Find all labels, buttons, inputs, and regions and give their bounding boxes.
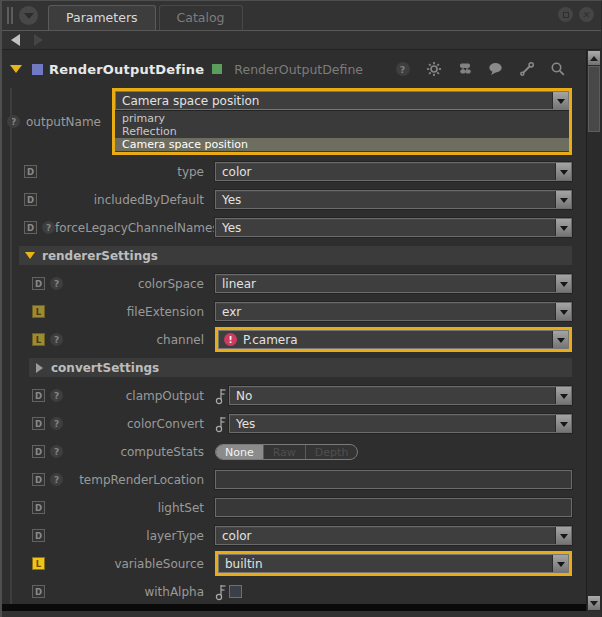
panel-drag-handle[interactable] (7, 7, 13, 24)
dropdown-arrow-icon[interactable] (555, 275, 571, 292)
fileExtension-value: exr (216, 305, 241, 319)
withAlpha-checkbox[interactable] (229, 585, 242, 598)
close-icon[interactable] (579, 7, 594, 22)
dropdown-arrow-icon[interactable] (555, 219, 571, 236)
dropdown-arrow-icon[interactable] (552, 331, 568, 348)
type-dropdown[interactable]: color (215, 162, 572, 181)
search-icon[interactable] (549, 61, 566, 78)
comment-icon[interactable] (487, 61, 504, 78)
state-badge-default: D (32, 389, 45, 402)
param-row-outputName: outputName Camera space position primary… (2, 88, 572, 155)
node-graph-icon[interactable] (456, 61, 473, 78)
state-badge-default: D (32, 585, 45, 598)
dropdown-arrow-icon[interactable] (555, 527, 571, 544)
channel-dropdown[interactable]: P.camera (218, 330, 569, 349)
tab-catalog[interactable]: Catalog (159, 5, 243, 30)
node-type-label: RenderOutputDefine (234, 62, 363, 77)
state-badge-default: D (24, 221, 37, 234)
state-badge-default: D (32, 529, 45, 542)
colorSpace-dropdown[interactable]: linear (215, 274, 572, 293)
param-help-icon[interactable] (50, 473, 63, 486)
dropdown-arrow-icon[interactable] (552, 555, 568, 572)
param-label: outputName (26, 115, 112, 129)
window-buttons (558, 7, 594, 22)
tab-parameters[interactable]: Parameters (48, 5, 156, 30)
param-label: colorConvert (127, 417, 215, 431)
dropdown-arrow-icon[interactable] (555, 387, 571, 404)
includedByDefault-dropdown[interactable]: Yes (215, 190, 572, 209)
dropdown-arrow-icon[interactable] (555, 163, 571, 180)
param-label: type (177, 165, 215, 179)
param-help-icon[interactable] (50, 389, 63, 402)
node-toolbar: ? (394, 61, 566, 78)
tempRenderLocation-input[interactable] (215, 470, 572, 489)
highlight-outline: Camera space position primary Reflection… (112, 88, 572, 155)
clampOutput-value: No (230, 389, 252, 403)
conditional-state-icon (215, 415, 227, 433)
param-row-colorConvert: D colorConvert Yes (2, 414, 572, 433)
variableSource-dropdown[interactable]: builtin (218, 554, 569, 573)
outputName-dropdown[interactable]: Camera space position (115, 91, 569, 110)
node-name: RenderOutputDefine (49, 62, 204, 77)
node-color-swatch (32, 64, 43, 75)
expand-triangle-icon[interactable] (10, 65, 22, 73)
highlight-outline: P.camera (215, 327, 572, 352)
vertical-scrollbar (586, 50, 601, 611)
error-icon (224, 333, 237, 346)
forward-arrow-icon[interactable] (34, 34, 43, 46)
dropdown-arrow-icon[interactable] (555, 415, 571, 432)
colorConvert-dropdown[interactable]: Yes (229, 414, 572, 433)
conditional-state-icon (215, 387, 227, 405)
option-primary[interactable]: primary (115, 112, 569, 125)
section-expanded-triangle-icon (25, 252, 35, 259)
panel-menu-button[interactable] (19, 6, 38, 25)
group-indent-guide (10, 88, 12, 611)
float-panel-icon[interactable] (558, 7, 573, 22)
option-reflection[interactable]: Reflection (115, 125, 569, 138)
scrollbar-thumb[interactable] (588, 66, 600, 132)
bottom-edge (2, 604, 586, 611)
state-badge-local: L (32, 305, 45, 318)
layerType-dropdown[interactable]: color (215, 526, 572, 545)
param-label: clampOutput (126, 389, 215, 403)
highlight-outline: builtin (215, 551, 572, 576)
segment-raw[interactable]: Raw (263, 445, 305, 459)
dropdown-arrow-icon[interactable] (555, 191, 571, 208)
param-help-icon[interactable] (50, 277, 63, 290)
segment-depth[interactable]: Depth (305, 445, 358, 459)
clampOutput-dropdown[interactable]: No (229, 386, 572, 405)
scrollbar-track[interactable] (587, 132, 601, 595)
help-icon[interactable]: ? (394, 61, 411, 78)
node-status-swatch (212, 64, 222, 74)
option-camera-space-position[interactable]: Camera space position (115, 138, 569, 151)
gear-icon[interactable] (425, 61, 442, 78)
wrench-icon[interactable] (518, 61, 535, 78)
param-help-icon[interactable] (42, 221, 55, 234)
parameters-panel: Parameters Catalog RenderOutputDefine Re… (0, 0, 602, 617)
section-rendererSettings[interactable]: rendererSettings (19, 246, 572, 265)
fileExtension-dropdown[interactable]: exr (215, 302, 572, 321)
scroll-down-icon[interactable] (588, 596, 600, 610)
node-header: RenderOutputDefine RenderOutputDefine ? (2, 56, 572, 82)
back-arrow-icon[interactable] (11, 34, 20, 46)
param-row-clampOutput: D clampOutput No (2, 386, 572, 405)
param-label: layerType (146, 529, 215, 543)
param-label: variableSource (114, 557, 215, 571)
type-value: color (216, 165, 252, 179)
lightSet-input[interactable] (215, 498, 572, 517)
section-convertSettings[interactable]: convertSettings (29, 358, 572, 377)
scroll-up-icon[interactable] (588, 51, 600, 65)
param-label: colorSpace (138, 277, 215, 291)
param-label: tempRenderLocation (79, 473, 215, 487)
segment-none[interactable]: None (216, 445, 263, 459)
dropdown-arrow-icon[interactable] (555, 303, 571, 320)
param-help-icon[interactable] (50, 417, 63, 430)
tab-bar: Parameters Catalog (2, 1, 601, 31)
param-help-icon[interactable] (50, 445, 63, 458)
param-row-computeStats: D computeStats None Raw Depth (2, 442, 572, 461)
forceLegacyChannelNames-dropdown[interactable]: Yes (215, 218, 572, 237)
param-help-icon[interactable] (50, 333, 63, 346)
param-help-icon[interactable] (7, 115, 20, 128)
parameters-scroll-area: RenderOutputDefine RenderOutputDefine ? (2, 50, 586, 611)
dropdown-arrow-icon[interactable] (552, 92, 568, 109)
